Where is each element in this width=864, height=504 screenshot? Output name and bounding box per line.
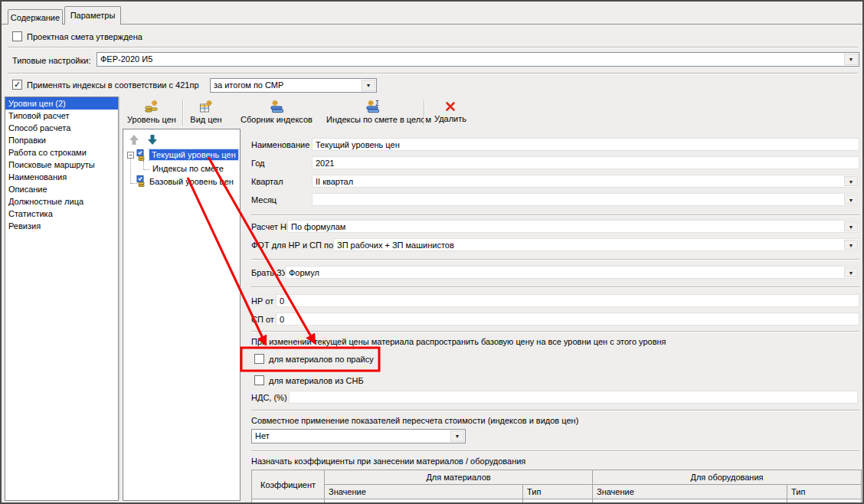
materials-price-list-checkbox[interactable] (254, 354, 264, 364)
sidebar-item-officials[interactable]: Должностные лица (5, 195, 118, 208)
quarter-combo[interactable]: II квартал ▼ (312, 175, 859, 188)
sidebar-item-label: Поправки (8, 136, 46, 145)
sidebar-item-label: Статистика (8, 209, 53, 218)
joint-usage-combo[interactable]: Нет ▼ (251, 429, 466, 443)
dropdown-arrow-icon[interactable]: ▼ (362, 80, 375, 91)
sidebar-item-label: Должностные лица (8, 197, 83, 206)
materials-snb-checkbox[interactable] (254, 375, 264, 385)
sidebar-item-names[interactable]: Наименования (5, 171, 118, 183)
year-label: Год (251, 159, 265, 169)
dropdown-arrow-icon[interactable]: ▼ (844, 267, 858, 277)
separator (251, 331, 859, 332)
tab-parameters[interactable]: Параметры (64, 6, 121, 25)
price-level-button[interactable]: Уровень цен (124, 100, 179, 124)
name-input[interactable]: Текущий уровень цен (312, 138, 859, 151)
sidebar-item-calc-method[interactable]: Способ расчета (5, 122, 118, 134)
tree-item-current-price-level[interactable]: Текущий уровень цен (149, 149, 238, 160)
move-down-button[interactable] (146, 133, 159, 146)
tree-item-estimate-indices[interactable]: Индексы по смете (152, 164, 224, 174)
sidebar-item-row-work[interactable]: Работа со строками (5, 146, 118, 159)
delete-button[interactable]: Удалить (427, 100, 473, 123)
dropdown-arrow-icon[interactable]: ▼ (844, 176, 858, 186)
materials-price-list-label: для материалов по прайсу (269, 355, 374, 365)
tab-content-label: Содержание (11, 13, 60, 22)
index-total-icon: Σ (365, 100, 383, 113)
move-up-button[interactable] (128, 133, 141, 146)
sp-zpm-input[interactable]: 0 (276, 313, 859, 326)
template-settings-combo[interactable]: ФЕР-2020 И5 ▼ (97, 52, 859, 67)
separator (251, 450, 859, 452)
col-group-materials: Для материалов (325, 470, 593, 485)
price-level-button-label: Уровень цен (124, 115, 179, 124)
tab-parameters-label: Параметры (70, 11, 116, 20)
apply-indices-checkbox[interactable]: ✓ (12, 80, 22, 90)
cell-eq-type[interactable]: % (787, 499, 862, 504)
dropdown-arrow-icon[interactable]: ▼ (450, 430, 464, 442)
sidebar-item-label: Наименования (8, 172, 67, 182)
tree-expander-minus[interactable]: − (127, 152, 134, 159)
sidebar-item-corrections[interactable]: Поправки (5, 134, 118, 146)
vat-input[interactable] (289, 391, 858, 404)
zu-value: Формул (289, 268, 319, 277)
separator (251, 286, 859, 288)
col-header-mat-type: Тип (523, 485, 593, 499)
month-label: Месяц (251, 195, 277, 205)
sp-zpm-value: 0 (280, 315, 284, 324)
sidebar-item-label: Способ расчета (8, 123, 70, 133)
index-total-button[interactable]: Σ Индексы по смете в целом (326, 100, 421, 124)
sidebar-item-label: Поисковые маршруты (8, 160, 95, 169)
index-book-icon (269, 100, 284, 113)
sidebar-item-description[interactable]: Описание (5, 183, 118, 195)
cell-eq-value[interactable]: 0 (593, 499, 787, 504)
price-kind-icon (199, 100, 213, 113)
name-value: Текущий уровень цен (316, 140, 400, 149)
separator (8, 47, 858, 48)
nr-zpm-value: 0 (280, 296, 284, 306)
approved-checkbox[interactable] (12, 31, 22, 41)
coefficients-caption: Назначать коэффициенты при занесении мат… (251, 457, 525, 466)
apply-indices-label: Применять индексы в соответствии с 421пр (27, 80, 199, 90)
separator (119, 97, 121, 499)
index-book-button[interactable]: Сборник индексов (228, 100, 325, 124)
sidebar-item-typical-calc[interactable]: Типовой расчет (5, 110, 118, 122)
tree-item-base-price-level[interactable]: Базовый уровень цен (149, 177, 234, 187)
sidebar-item-search-routes[interactable]: Поисковые маршруты (5, 159, 118, 171)
dropdown-arrow-icon[interactable]: ▼ (844, 54, 858, 65)
separator (8, 73, 858, 74)
cell-coefficient[interactable]: З (252, 499, 325, 504)
sidebar-item-price-levels[interactable]: Уровни цен (2) (5, 97, 118, 110)
sidebar-item-label: Типовой расчет (8, 111, 70, 120)
template-settings-value: ФЕР-2020 И5 (100, 54, 152, 64)
sidebar-item-label: Ревизия (8, 221, 41, 231)
price-kind-button[interactable]: Вид цен (186, 100, 226, 124)
col-group-equipment: Для оборудования (593, 470, 862, 485)
checkmark-icon: ✓ (14, 80, 21, 89)
dropdown-arrow-icon[interactable]: ▼ (844, 195, 858, 205)
delete-icon (444, 100, 457, 113)
fot-combo[interactable]: ЗП рабочих + ЗП машинистов ▼ (333, 238, 859, 251)
sidebar-item-statistics[interactable]: Статистика (5, 208, 118, 220)
zu-combo[interactable]: Формул ▼ (285, 266, 859, 279)
table-row[interactable]: З 0 % 0 % (252, 499, 862, 504)
tab-content[interactable]: Содержание (8, 9, 63, 25)
svg-text:Σ: Σ (375, 100, 379, 107)
tree-connector-line (143, 169, 149, 170)
sidebar-item-revision[interactable]: Ревизия (5, 220, 118, 232)
sidebar-item-label: Описание (8, 185, 47, 194)
month-combo[interactable]: ▼ (312, 193, 859, 206)
sidebar-item-label: Уровни цен (2) (8, 99, 66, 108)
indices-mode-combo[interactable]: за итогом по СМР ▼ (210, 78, 377, 93)
quarter-value: II квартал (316, 177, 353, 186)
cell-mat-type[interactable]: % (523, 499, 593, 504)
tree-connector-line (130, 159, 131, 184)
col-header-mat-value: Значение (325, 485, 523, 499)
nr-sp-calc-combo[interactable]: По формулам ▼ (287, 220, 859, 233)
dropdown-arrow-icon[interactable]: ▼ (844, 221, 858, 231)
index-total-button-label: Индексы по смете в целом (326, 115, 421, 124)
nr-zpm-input[interactable]: 0 (276, 294, 859, 307)
cell-mat-value[interactable]: 0 (325, 499, 523, 504)
index-book-button-label: Сборник индексов (228, 115, 325, 124)
year-input[interactable]: 2021 (312, 156, 859, 169)
joint-usage-value: Нет (255, 431, 270, 440)
dropdown-arrow-icon[interactable]: ▼ (844, 240, 858, 250)
